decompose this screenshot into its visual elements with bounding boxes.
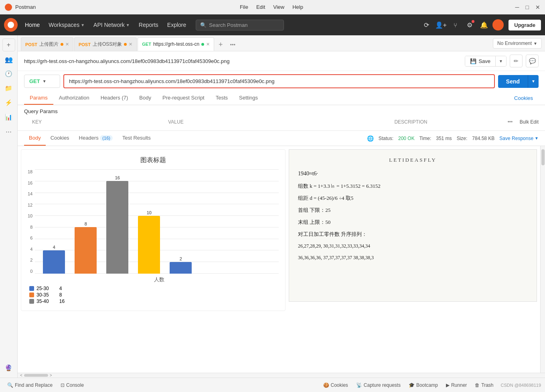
settings-icon[interactable]: ⚙ (464, 19, 476, 31)
url-input[interactable] (63, 74, 495, 88)
sidebar-monitor-icon[interactable]: 📊 (2, 111, 15, 124)
req-tab-body[interactable]: Body (134, 91, 157, 105)
nav-logo[interactable] (4, 18, 18, 32)
tab-add-btn[interactable]: + (215, 39, 226, 50)
save-button[interactable]: 💾 Save (465, 56, 495, 66)
h-scroll-left[interactable]: < (19, 373, 23, 378)
tab-1-method: POST (25, 42, 37, 47)
nav-home[interactable]: Home (22, 20, 43, 30)
cookies-bottom-btn[interactable]: 🍪 Cookies (320, 381, 351, 390)
req-tab-authorization[interactable]: Authorization (53, 91, 95, 105)
chart-title: 图表标题 (28, 156, 279, 165)
bootcamp-btn[interactable]: 🎓 Bootcamp (405, 381, 441, 390)
comment-icon-btn[interactable]: 💬 (526, 55, 539, 67)
hw-line-2: 组距 d = (45-26)/6 ÷4 取5 (298, 194, 528, 203)
search-box[interactable]: 🔍 Search Postman (196, 20, 284, 30)
send-dropdown-btn[interactable]: ▼ (528, 75, 539, 88)
res-tab-test-results[interactable]: Test Results (118, 131, 156, 146)
menu-edit[interactable]: Edit (253, 3, 268, 11)
col-more[interactable]: ••• (508, 119, 520, 125)
find-replace-btn[interactable]: 🔍 Find and Replace (4, 381, 56, 390)
tab-2-close[interactable]: ✕ (129, 42, 132, 47)
method-value: GET (29, 78, 40, 84)
menubar: File Edit View Help (237, 3, 306, 11)
user-avatar[interactable] (492, 19, 504, 30)
hw-line-5: 对工日加工零件数 升序排列： (298, 230, 528, 239)
req-tab-headers[interactable]: Headers (7) (95, 91, 134, 105)
tab-1[interactable]: POST 上传图片 ✕ (21, 37, 73, 51)
req-tab-settings[interactable]: Settings (233, 91, 263, 105)
capture-icon: 📡 (356, 382, 362, 388)
tab-more-btn[interactable]: ••• (227, 39, 238, 50)
nav-explore[interactable]: Explore (164, 20, 189, 30)
time-label: Time: (419, 136, 432, 141)
method-url-row: GET ▼ Send ▼ (18, 71, 545, 91)
sidebar-bottom-icon[interactable]: 🔮 (2, 362, 15, 374)
fork-icon[interactable]: ⑂ (449, 19, 461, 31)
menu-file[interactable]: File (237, 3, 251, 11)
bootcamp-icon: 🎓 (409, 382, 415, 388)
sidebar-collection-icon[interactable]: 📁 (2, 82, 15, 95)
cookies-link[interactable]: Cookies (509, 92, 539, 104)
window-maximize[interactable]: □ (526, 4, 529, 10)
bar-2: 8 (75, 221, 97, 274)
h-scroll-right[interactable]: > (49, 373, 53, 378)
menu-view[interactable]: View (270, 3, 288, 11)
bottom-bar: 🔍 Find and Replace ⊡ Console 🍪 Cookies 📡… (0, 378, 545, 392)
sidebar-people-icon[interactable]: 👥 (2, 53, 15, 66)
window-minimize[interactable]: ─ (515, 4, 519, 10)
bell-icon[interactable]: 🔔 (478, 19, 490, 31)
env-selector[interactable]: No Environment ▼ (493, 38, 542, 49)
req-tab-params[interactable]: Params (24, 91, 53, 105)
tabs-bar: POST 上传图片 ✕ POST 上传OSS对象 ✕ GET https://g… (18, 35, 545, 51)
tab-2[interactable]: POST 上传OSS对象 ✕ (74, 37, 137, 51)
tab-1-close[interactable]: ✕ (65, 42, 69, 47)
handwritten-image: LETIDEASFLY 1940≈t6· 组数 k = 1+3.3㏑ = 1+5… (289, 149, 537, 302)
runner-btn[interactable]: ▶ Runner (443, 381, 470, 390)
method-dropdown[interactable]: GET ▼ (24, 75, 60, 88)
res-tab-body[interactable]: Body (24, 131, 46, 146)
sidebar-new-icon[interactable]: + (2, 39, 15, 51)
titlebar: Postman File Edit View Help ─ □ ✕ (0, 0, 545, 14)
window-close[interactable]: ✕ (535, 4, 540, 10)
response-content[interactable]: 图表标题 181614121086420 (18, 146, 540, 373)
res-tab-cookies[interactable]: Cookies (46, 131, 74, 146)
response-area: Body Cookies Headers (16) Test Results 🌐… (18, 131, 545, 378)
tab-3[interactable]: GET https://grh-test.oss-cn ✕ (138, 37, 214, 51)
req-tab-tests[interactable]: Tests (210, 91, 233, 105)
res-tab-headers[interactable]: Headers (16) (74, 131, 118, 146)
sidebar-history-icon[interactable]: 🕐 (2, 67, 15, 80)
tab-3-close[interactable]: ✕ (206, 42, 210, 47)
upgrade-button[interactable]: Upgrade (509, 20, 541, 30)
send-button[interactable]: Send (498, 75, 528, 88)
req-tab-prerequest[interactable]: Pre-request Script (157, 91, 210, 105)
tab-3-dot (201, 43, 204, 46)
add-user-icon[interactable]: 👤+ (435, 19, 447, 31)
bar-3: 16 (106, 175, 128, 274)
save-dropdown-btn[interactable]: ▼ (495, 56, 506, 66)
hw-line-3: 首组 下限：25 (298, 206, 528, 215)
chart-y-axis: 181614121086420 (28, 169, 35, 274)
capture-btn[interactable]: 📡 Capture requests (353, 381, 404, 390)
edit-icon-btn[interactable]: ✏ (510, 55, 523, 67)
tab-2-dot (124, 43, 127, 46)
bulk-edit-btn[interactable]: Bulk Edit (520, 119, 539, 125)
response-status-area: 🌐 Status: 200 OK Time: 351 ms Size: 784.… (367, 135, 539, 142)
v-scrollbar-thumb[interactable] (541, 149, 545, 165)
h-scrollbar[interactable]: < > (18, 373, 545, 378)
save-response-btn[interactable]: Save Response ▼ (499, 136, 539, 141)
nav-workspaces[interactable]: Workspaces ▼ (45, 20, 88, 30)
trash-btn[interactable]: 🗑 Trash (472, 381, 496, 390)
sync-icon[interactable]: ⟳ (420, 19, 432, 31)
console-btn[interactable]: ⊡ Console (57, 381, 87, 390)
v-scrollbar[interactable] (540, 146, 545, 373)
h-scrollbar-thumb[interactable] (24, 374, 48, 377)
nav-api-network[interactable]: API Network ▼ (90, 20, 133, 30)
sidebar-api-icon[interactable]: ⚡ (2, 96, 15, 109)
nav-reports[interactable]: Reports (136, 20, 162, 30)
size-label: Size: (457, 136, 468, 141)
method-arrow: ▼ (43, 79, 47, 83)
hw-line-7: 36,36,36,36, 37,37,37,37,37 38,38,38,3 (298, 254, 528, 262)
sidebar-mock-icon[interactable]: ⋯ (2, 125, 15, 138)
menu-help[interactable]: Help (289, 3, 306, 11)
